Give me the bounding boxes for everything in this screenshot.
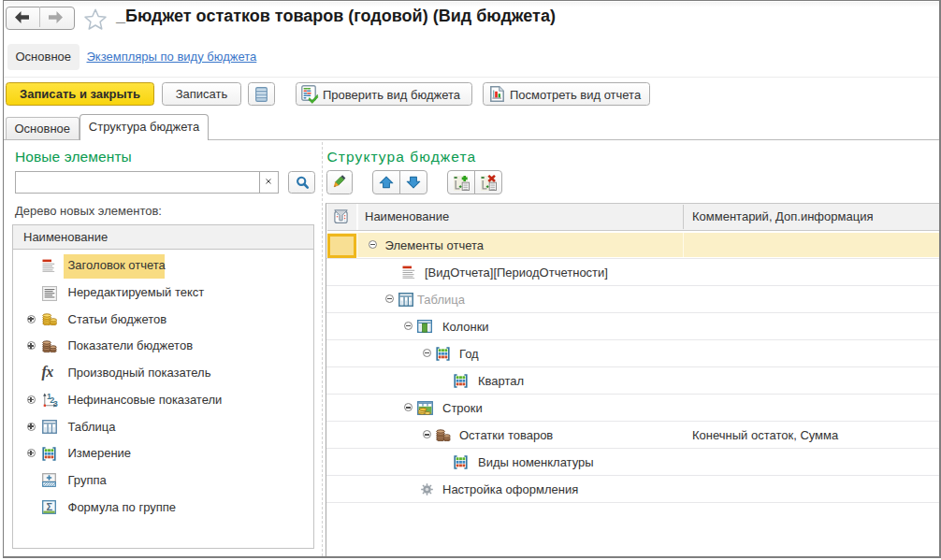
- svg-text:3: 3: [53, 399, 58, 408]
- svg-text:Σ: Σ: [46, 501, 52, 512]
